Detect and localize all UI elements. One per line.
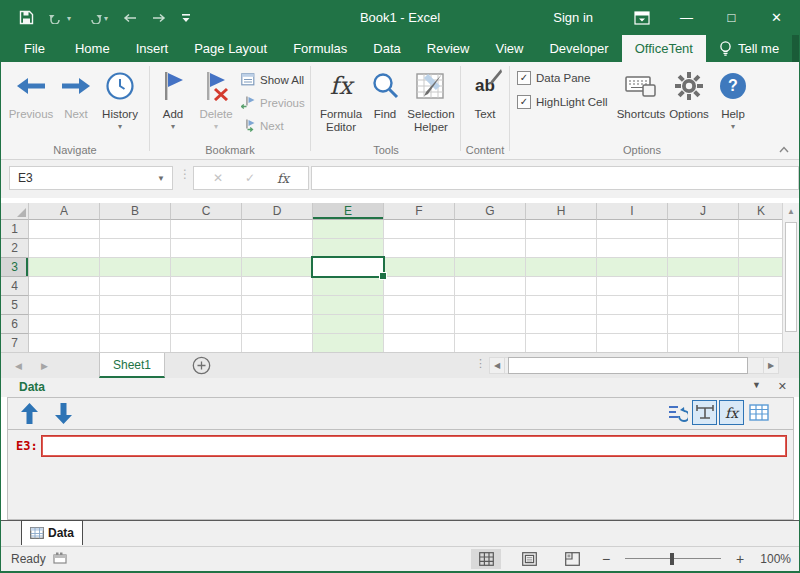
grid-cell-f1[interactable] [384, 220, 455, 239]
formula-bar-splitter[interactable]: ⋮ [179, 167, 191, 181]
tab-file[interactable]: File [7, 35, 62, 62]
grid-cell-k5[interactable] [739, 296, 784, 315]
grid-cell-i5[interactable] [597, 296, 668, 315]
page-layout-view-button[interactable] [514, 549, 544, 569]
grid-cell-j5[interactable] [668, 296, 739, 315]
tab-scroll-splitter[interactable]: ⋮ [475, 357, 486, 370]
grid-cell-h6[interactable] [526, 315, 597, 334]
tab-insert[interactable]: Insert [123, 35, 182, 62]
row-header-6[interactable]: 6 [1, 315, 29, 334]
tab-review[interactable]: Review [414, 35, 483, 62]
grid-cell-d2[interactable] [242, 239, 313, 258]
bookmark-next-button[interactable]: Next [241, 115, 284, 136]
grid-cell-c5[interactable] [171, 296, 242, 315]
grid-cell-g2[interactable] [455, 239, 526, 258]
table-view-button[interactable] [746, 400, 771, 425]
help-button[interactable]: ? Help ▾ [714, 66, 752, 130]
grid-cell-h5[interactable] [526, 296, 597, 315]
name-box-dropdown-icon[interactable]: ▼ [157, 174, 165, 183]
grid-cell-b4[interactable] [100, 277, 171, 296]
horizontal-scroll-thumb[interactable] [508, 357, 748, 374]
column-header-c[interactable]: C [171, 203, 242, 220]
grid-cell-j6[interactable] [668, 315, 739, 334]
grid-cell-d3[interactable] [242, 258, 313, 277]
grid-cell-k2[interactable] [739, 239, 784, 258]
grid-cell-h2[interactable] [526, 239, 597, 258]
distribute-view-button[interactable] [692, 400, 717, 425]
sheet-next-icon[interactable]: ▶ [41, 353, 48, 378]
grid-cell-d6[interactable] [242, 315, 313, 334]
grid-cell-d1[interactable] [242, 220, 313, 239]
column-header-g[interactable]: G [455, 203, 526, 220]
grid-cell-g1[interactable] [455, 220, 526, 239]
grid-cell-e6[interactable] [313, 315, 384, 334]
grid-cell-i2[interactable] [597, 239, 668, 258]
grid-cell-e1[interactable] [313, 220, 384, 239]
grid-cell-b6[interactable] [100, 315, 171, 334]
history-button[interactable]: History ▾ [96, 66, 144, 130]
grid-cell-a7[interactable] [29, 334, 100, 353]
pane-tab-data[interactable]: Data [21, 520, 83, 545]
scroll-left-icon[interactable]: ◀ [489, 357, 505, 374]
highlight-cell-checkbox[interactable]: ✓ HighLight Cell [517, 95, 608, 109]
grid-cell-c2[interactable] [171, 239, 242, 258]
grid-cell-b7[interactable] [100, 334, 171, 353]
zoom-level-label[interactable]: 100% [759, 552, 791, 566]
grid-cell-a1[interactable] [29, 220, 100, 239]
grid-cell-f2[interactable] [384, 239, 455, 258]
grid-cell-f5[interactable] [384, 296, 455, 315]
grid-cell-g4[interactable] [455, 277, 526, 296]
sheet-prev-icon[interactable]: ◀ [15, 353, 22, 378]
scroll-up-icon[interactable]: ▲ [783, 203, 799, 219]
grid-cell-k1[interactable] [739, 220, 784, 239]
grid-cell-f7[interactable] [384, 334, 455, 353]
tab-page-layout[interactable]: Page Layout [181, 35, 280, 62]
tab-tell-me[interactable]: Tell me [706, 35, 792, 62]
row-header-7[interactable]: 7 [1, 334, 29, 353]
grid-cell-c3[interactable] [171, 258, 242, 277]
move-down-button[interactable] [50, 401, 76, 426]
row-header-3[interactable]: 3 [1, 258, 29, 277]
grid-cell-i4[interactable] [597, 277, 668, 296]
grid-cell-i7[interactable] [597, 334, 668, 353]
grid-cell-c6[interactable] [171, 315, 242, 334]
grid-cell-a3[interactable] [29, 258, 100, 277]
grid-cell-f4[interactable] [384, 277, 455, 296]
row-header-4[interactable]: 4 [1, 277, 29, 296]
selection-helper-button[interactable]: Selection Helper [402, 66, 460, 134]
grid-cell-e5[interactable] [313, 296, 384, 315]
page-break-preview-button[interactable] [557, 549, 587, 569]
name-box[interactable]: E3 ▼ [9, 166, 173, 190]
pane-menu-icon[interactable]: ▼ [752, 380, 761, 390]
bookmark-delete-button[interactable]: Delete ▾ [194, 66, 238, 130]
zoom-slider-thumb[interactable] [670, 553, 674, 565]
grid-cell-j2[interactable] [668, 239, 739, 258]
row-header-2[interactable]: 2 [1, 239, 29, 258]
grid-cell-e7[interactable] [313, 334, 384, 353]
options-button[interactable]: Options [666, 66, 712, 121]
grid-cell-d4[interactable] [242, 277, 313, 296]
grid-cell-j4[interactable] [668, 277, 739, 296]
maximize-button[interactable]: □ [709, 0, 754, 35]
vertical-scrollbar[interactable]: ▲ [782, 203, 799, 352]
new-sheet-button[interactable] [192, 356, 211, 375]
refresh-list-button[interactable] [665, 400, 690, 425]
grid-cell-c4[interactable] [171, 277, 242, 296]
tab-formulas[interactable]: Formulas [280, 35, 360, 62]
grid-cell-b2[interactable] [100, 239, 171, 258]
grid-cell-b5[interactable] [100, 296, 171, 315]
pane-close-icon[interactable]: ✕ [778, 380, 787, 393]
sign-in-button[interactable]: Sign in [553, 10, 593, 25]
grid-cell-h4[interactable] [526, 277, 597, 296]
zoom-slider[interactable] [625, 552, 721, 566]
select-all-corner[interactable] [1, 203, 29, 220]
grid-cell-d5[interactable] [242, 296, 313, 315]
cell-data-input[interactable] [42, 436, 786, 456]
grid-cell-j7[interactable] [668, 334, 739, 353]
close-button[interactable]: ✕ [754, 0, 799, 35]
grid-cell-a5[interactable] [29, 296, 100, 315]
tab-home[interactable]: Home [62, 35, 123, 62]
grid-cell-i6[interactable] [597, 315, 668, 334]
minimize-button[interactable]: — [664, 0, 709, 35]
grid-cell-a2[interactable] [29, 239, 100, 258]
